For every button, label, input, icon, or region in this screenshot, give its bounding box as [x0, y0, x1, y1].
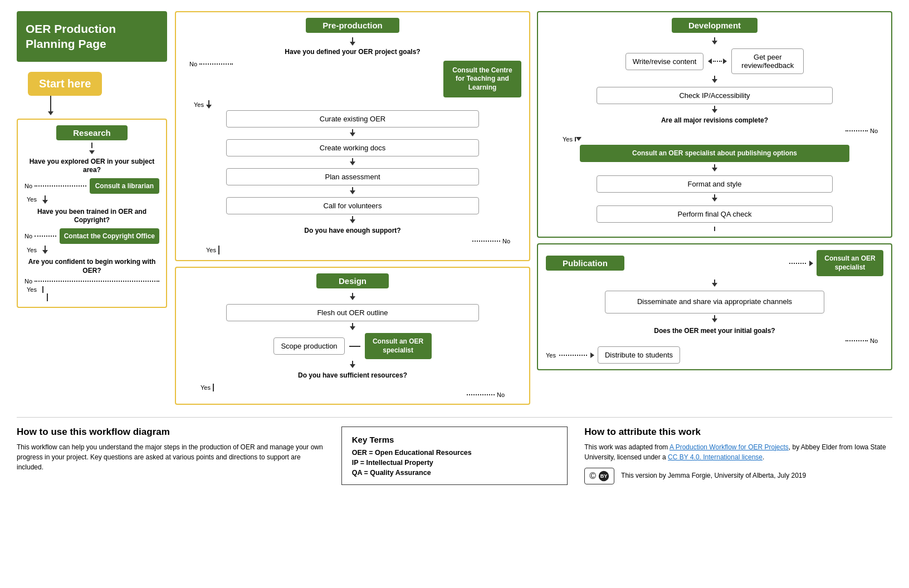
- dev-peer-review: Get peer review/feedback: [731, 48, 804, 74]
- design-section: Design Flesh out OER outline Scope produ…: [175, 267, 530, 405]
- design-step2: Scope production: [273, 337, 344, 355]
- how-to-use: How to use this workflow diagram This wo…: [17, 427, 325, 472]
- dev-step1: Write/revise content: [625, 53, 704, 70]
- right-columns: Pre-production Have you defined your OER…: [175, 11, 892, 405]
- design-q1-no-label: No: [497, 391, 505, 398]
- design-consult-specialist: Consult an OER specialist: [365, 333, 432, 359]
- cc-icon: ©: [589, 471, 596, 481]
- preprod-step2: Create working docs: [226, 139, 480, 156]
- preprod-q1-no-label: No: [189, 61, 197, 67]
- title-box: OER Production Planning Page: [17, 11, 167, 62]
- pub-q1: Does the OER meet your initial goals?: [654, 327, 775, 336]
- preproduction-q2: Do you have enough support?: [304, 227, 400, 236]
- preproduction-section: Pre-production Have you defined your OER…: [175, 11, 530, 261]
- cc-badge: © BY: [584, 468, 614, 484]
- attribution: How to attribute this work This work was…: [584, 427, 892, 484]
- research-q3: Are you confident to begin working with …: [25, 258, 159, 275]
- dev-q1: Are all major revisions complete?: [661, 116, 768, 125]
- design-q1-yes-label: Yes: [201, 384, 211, 391]
- consult-centre-box: Consult the Centre for Teaching and Lear…: [443, 61, 521, 98]
- dev-step5: Perform final QA check: [597, 205, 833, 223]
- design-q1: Do you have sufficient resources?: [298, 371, 407, 380]
- preprod-step4: Call for volunteers: [226, 197, 480, 214]
- attribution-title: How to attribute this work: [584, 427, 892, 438]
- key-term-3: QA = Quality Assurance: [352, 469, 558, 477]
- research-header: Research: [56, 125, 128, 140]
- cc-by-icon: BY: [598, 471, 609, 482]
- dev-step3: Check IP/Accessibility: [597, 87, 833, 104]
- research-q1-yes-label: Yes: [27, 196, 37, 203]
- cc-text: This version by Jemma Forgie, University…: [621, 471, 806, 481]
- research-q2-yes-label: Yes: [27, 247, 37, 253]
- key-terms-title: Key Terms: [352, 435, 558, 444]
- dev-q1-no-label: No: [870, 128, 878, 134]
- attribution-link2[interactable]: CC BY 4.0. International license: [668, 453, 763, 461]
- dev-q1-yes-label: Yes: [563, 136, 573, 143]
- attribution-body: This work was adapted from A Production …: [584, 442, 892, 462]
- preproduction-header: Pre-production: [306, 18, 399, 33]
- col-preproduction-design: Pre-production Have you defined your OER…: [175, 11, 530, 405]
- development-header: Development: [672, 18, 758, 33]
- key-term-1: OER = Open Educational Resources: [352, 449, 558, 457]
- consult-librarian-box: Consult a librarian: [90, 178, 159, 194]
- design-step1: Flesh out OER outline: [226, 304, 480, 321]
- pub-q1-yes-label: Yes: [546, 352, 556, 359]
- col-development-publication: Development Write/revise content: [537, 11, 892, 405]
- dev-step4: Format and style: [597, 175, 833, 193]
- preprod-step3: Plan assessment: [226, 168, 480, 185]
- svg-text:BY: BY: [600, 473, 608, 479]
- pub-consult-specialist: Consult an OER specialist: [817, 250, 883, 276]
- publication-section: Publication Consult an OER specialist: [537, 243, 892, 370]
- key-terms: Key Terms OER = Open Educational Resourc…: [341, 427, 568, 485]
- pub-distribute: Distribute to students: [598, 346, 680, 364]
- contact-copyright-box: Contact the Copyright Office: [60, 228, 159, 244]
- research-q2-no-label: No: [25, 233, 32, 239]
- research-q3-no-label: No: [25, 278, 32, 285]
- design-header: Design: [316, 273, 389, 288]
- pub-q1-no-label: No: [870, 337, 878, 344]
- column-left: OER Production Planning Page Start here …: [17, 11, 167, 308]
- info-section: How to use this workflow diagram This wo…: [17, 417, 892, 485]
- preprod-q1-yes-label: Yes: [194, 101, 204, 108]
- preprod-step1: Curate existing OER: [226, 110, 480, 128]
- research-q1-no-label: No: [25, 183, 32, 189]
- main-container: OER Production Planning Page Start here …: [0, 0, 909, 491]
- publication-header: Publication: [546, 256, 624, 271]
- research-q2: Have you been trained in OER and Copyrig…: [25, 208, 159, 225]
- pub-step1: Disseminate and share via appropriate ch…: [605, 291, 824, 313]
- dev-consult-publishing: Consult an OER specialist about publishi…: [580, 145, 850, 163]
- page-title: OER Production Planning Page: [26, 22, 116, 50]
- key-term-2: IP = Intellectual Property: [352, 459, 558, 467]
- research-section: Research Have you explored OER in your s…: [17, 119, 167, 308]
- attribution-link1[interactable]: A Production Workflow for OER Projects: [669, 443, 789, 451]
- preprod-q2-yes-label: Yes: [206, 247, 216, 253]
- research-q1: Have you explored OER in your subject ar…: [25, 158, 159, 175]
- preprod-q2-no-label: No: [502, 238, 510, 244]
- start-here-box: Start here: [28, 72, 102, 96]
- how-to-title: How to use this workflow diagram: [17, 427, 325, 438]
- research-q3-yes-label: Yes: [27, 286, 37, 293]
- preproduction-q1: Have you defined your OER project goals?: [285, 48, 420, 57]
- how-to-body: This workflow can help you understand th…: [17, 442, 325, 472]
- development-section: Development Write/revise content: [537, 11, 892, 238]
